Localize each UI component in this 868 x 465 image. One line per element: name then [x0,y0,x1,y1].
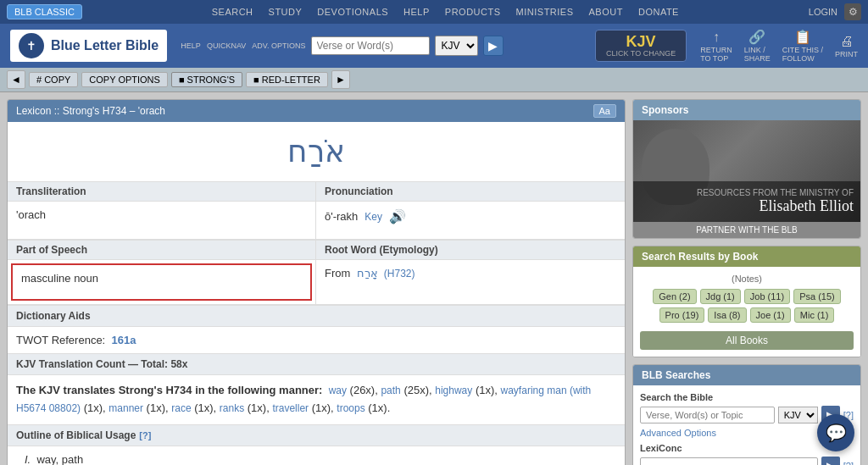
kjv-sub: CLICK TO CHANGE [606,49,676,58]
etymology-header: Root Word (Etymology) [316,241,625,260]
outline-header: Outline of Biblical Usage [?] [8,424,625,446]
book-results-content: (Notes) Gen (2) Jdg (1) Job (11) Psa (15… [633,267,860,357]
outline-label: Outline of Biblical Usage [16,429,136,441]
pronunciation-value: ō'-rakh Key 🔊 [316,202,625,239]
kjv-path-link[interactable]: path [381,385,400,396]
kjv-troops-link[interactable]: troops [337,402,364,414]
nav-search[interactable]: SEARCH [205,3,260,20]
dict-aids-header: Dictionary Aids [8,305,625,327]
gear-icon[interactable]: ⚙ [844,3,861,20]
copy-options-button[interactable]: COPY OPTIONS [81,72,168,87]
nav-left-button[interactable]: ◄ [7,70,25,89]
transliteration-value: 'orach [8,202,315,239]
book-tag-isa[interactable]: Isa (8) [708,307,746,323]
kjv-traveller-link[interactable]: traveller [272,402,309,414]
toolbar: ◄ # COPY COPY OPTIONS ■ STRONG'S ■ RED-L… [0,68,868,92]
pronunciation-key-link[interactable]: Key [364,211,382,223]
kjv-way-link[interactable]: way [329,385,347,396]
blb-searches-card: BLB Searches Search the Bible KJV ▶ [?] … [632,364,861,465]
outline-item-text: way, path [36,453,83,465]
lexicon-card: Lexicon :: Strong's H734 – 'orach Aa אֹר… [7,99,626,465]
etymology-cell: Root Word (Etymology) From אָרַח (H732) [316,241,625,305]
print-icon: 🖨 [840,34,854,49]
pos-value: masculine noun [11,263,312,301]
strongs-button[interactable]: ■ STRONG'S [171,72,242,87]
etymology-hebrew-link[interactable]: אָרַח [357,267,378,280]
nav-products[interactable]: PRODUCTS [438,3,508,20]
book-tag-psa[interactable]: Psa (15) [793,289,841,304]
lexiconc-help-button[interactable]: [?] [843,461,854,465]
kjv-highway-link[interactable]: highway [435,385,472,396]
link-icon: 🔗 [748,29,765,45]
nav-right-button[interactable]: ► [331,70,350,89]
kjv-intro: The KJV translates Strong's H734 in the … [16,384,322,396]
sponsor-image: RESOURCES FROM THE MINISTRY OF Elisabeth… [633,120,860,222]
chat-bubble-button[interactable]: 💬 [817,414,854,451]
return-to-top-action[interactable]: ↑ RETURNTO TOP [700,30,732,63]
search-by-book-card: Search Results by Book (Notes) Gen (2) J… [632,246,861,357]
all-books-button[interactable]: All Books [640,331,854,350]
outline-content: I. way, path [8,446,625,465]
twot-value-link[interactable]: 161a [111,334,136,346]
nav-about[interactable]: ABOUT [582,3,630,20]
kjv-race-link[interactable]: race [171,402,191,414]
outline-item-numeral: I. [25,453,31,465]
notes-label: (Notes) [640,274,854,284]
kjv-ranks-link[interactable]: ranks [220,402,244,414]
search-bible-input[interactable] [640,407,775,423]
top-right: LOGIN ⚙ [809,3,861,20]
logo-icon: ✝ [19,33,44,58]
main-search-input[interactable] [311,36,430,55]
pos-cell: Part of Speech masculine noun [8,241,316,305]
book-tag-job[interactable]: Job (11) [744,289,790,304]
nav-study[interactable]: STUDY [262,3,309,20]
version-select[interactable]: KJV [435,36,478,56]
transliteration-cell: Transliteration 'orach [8,182,316,240]
link-share-action[interactable]: 🔗 LINK /SHARE [744,29,771,63]
search-bible-version-select[interactable]: KJV [778,407,818,423]
sidebar: Sponsors RESOURCES FROM THE MINISTRY OF … [632,99,861,465]
lexiconc-row: ▶ [?] [640,457,854,465]
main-content: Lexicon :: Strong's H734 – 'orach Aa אֹר… [7,99,626,465]
sponsor-ministry: RESOURCES FROM THE MINISTRY OF [640,188,854,197]
red-letter-button[interactable]: ■ RED-LETTER [246,72,328,87]
logo-text: Blue Letter Bible [51,38,159,53]
nav-donate[interactable]: DONATE [632,3,686,20]
nav-ministries[interactable]: MINISTRIES [509,3,581,20]
kjv-badge[interactable]: KJV CLICK TO CHANGE [595,30,687,62]
sound-icon[interactable]: 🔊 [389,208,406,224]
book-tag-gen[interactable]: Gen (2) [653,289,696,304]
nav-devotionals[interactable]: DEVOTIONALS [310,3,395,20]
aa-button[interactable]: Aa [593,104,616,118]
dict-aids-content: TWOT Reference: 161a [8,327,625,353]
book-tag-pro[interactable]: Pro (19) [659,307,705,323]
book-results-header: Search Results by Book [633,246,860,267]
pos-header: Part of Speech [8,241,315,260]
login-button[interactable]: LOGIN [809,7,837,17]
blb-classic-badge[interactable]: BLB CLASSIC [7,4,82,19]
kjv-manner-link[interactable]: manner [108,402,143,414]
lexiconc-go-button[interactable]: ▶ [821,457,840,465]
pronunciation-text: ō'-rakh [325,210,358,223]
sponsor-partner-button[interactable]: PARTNER WITH THE BLB [633,222,860,238]
link-label: LINK /SHARE [744,46,771,63]
cite-icon: 📋 [794,29,811,45]
copy-button[interactable]: # COPY [29,72,78,87]
search-go-button[interactable]: ▶ [483,36,504,56]
top-bar: BLB CLASSIC SEARCH STUDY DEVOTIONALS HEL… [0,0,868,24]
lexiconc-input[interactable] [640,457,818,465]
search-controls: HELP QUICKNAV ADV. OPTIONS KJV ▶ [181,36,581,56]
print-action[interactable]: 🖨 PRINT [835,34,858,58]
outline-help-button[interactable]: [?] [139,430,151,440]
book-tag-mic[interactable]: Mic (1) [794,307,835,323]
main-nav: SEARCH STUDY DEVOTIONALS HELP PRODUCTS M… [205,3,686,20]
cite-action[interactable]: 📋 CITE THIS /FOLLOW [782,29,823,63]
etymology-num-link[interactable]: (H732) [384,268,415,280]
nav-help[interactable]: HELP [397,3,437,20]
book-tag-jdg[interactable]: Jdg (1) [700,289,741,304]
book-tag-joe[interactable]: Joe (1) [750,307,791,323]
outline-item-1: I. way, path [25,453,616,465]
etymology-from: From [325,267,350,280]
pronunciation-row: ō'-rakh Key 🔊 [325,208,616,224]
return-icon: ↑ [713,30,720,45]
